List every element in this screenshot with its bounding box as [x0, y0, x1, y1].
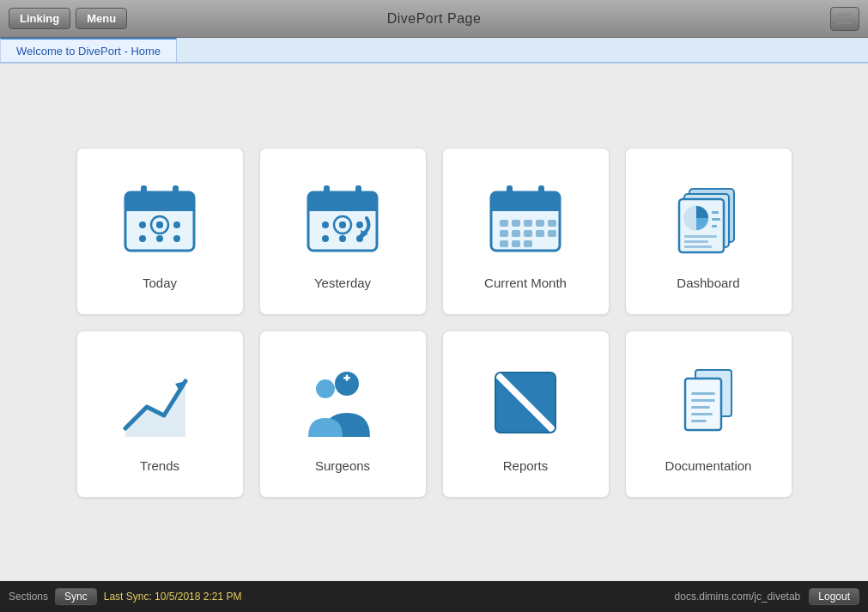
svg-point-22	[339, 235, 346, 242]
documentation-icon	[661, 355, 756, 450]
main-content: Today	[0, 64, 868, 581]
tab-bar: Welcome to DivePort - Home	[0, 38, 868, 64]
svg-point-8	[139, 235, 146, 242]
svg-rect-68	[691, 406, 710, 409]
svg-rect-69	[691, 413, 713, 415]
svg-point-21	[322, 235, 329, 242]
svg-rect-44	[524, 240, 532, 247]
svg-point-25	[339, 221, 346, 228]
svg-point-58	[316, 379, 335, 398]
svg-rect-36	[548, 220, 556, 227]
surgeons-icon	[295, 355, 390, 450]
today-icon	[112, 173, 207, 267]
svg-rect-16	[324, 185, 330, 201]
logout-button[interactable]: Logout	[809, 588, 859, 605]
svg-rect-31	[538, 185, 544, 201]
sync-button[interactable]: Sync	[55, 588, 97, 605]
reports-icon	[478, 355, 573, 450]
surgeons-label: Surgeons	[315, 458, 370, 473]
svg-point-10	[173, 235, 180, 242]
svg-rect-54	[684, 245, 712, 248]
svg-rect-70	[691, 420, 707, 422]
svg-rect-29	[491, 203, 560, 211]
trends-icon	[112, 355, 207, 450]
svg-rect-3	[141, 185, 147, 201]
svg-rect-60	[346, 374, 349, 381]
svg-rect-2	[125, 203, 194, 211]
svg-rect-34	[524, 220, 532, 227]
footer-right: docs.dimins.com/jc_divetab Logout	[675, 588, 859, 605]
tile-current-month[interactable]: Current Month	[442, 148, 610, 315]
tile-today[interactable]: Today	[76, 148, 244, 315]
svg-rect-66	[691, 392, 715, 395]
menu-bar-3	[837, 22, 853, 24]
tile-reports[interactable]: Reports	[442, 330, 610, 498]
svg-rect-35	[536, 220, 544, 227]
current-month-icon	[478, 173, 573, 267]
yesterday-label: Yesterday	[314, 276, 371, 290]
last-sync-text: Last Sync: 10/5/2018 2:21 PM	[104, 591, 242, 603]
hamburger-menu[interactable]	[830, 7, 859, 31]
svg-rect-49	[712, 211, 719, 214]
svg-rect-43	[512, 240, 520, 247]
svg-rect-32	[500, 220, 508, 227]
svg-point-20	[356, 221, 363, 228]
svg-rect-38	[512, 230, 520, 237]
svg-rect-39	[524, 230, 532, 237]
dashboard-icon	[661, 173, 756, 267]
svg-point-18	[322, 221, 329, 228]
tile-yesterday[interactable]: Yesterday	[259, 148, 427, 315]
dashboard-label: Dashboard	[677, 276, 739, 290]
trends-label: Trends	[140, 458, 179, 473]
svg-rect-17	[355, 185, 361, 201]
linking-button[interactable]: Linking	[9, 8, 70, 29]
sections-label: Sections	[9, 591, 48, 603]
svg-rect-53	[684, 240, 708, 243]
svg-rect-33	[512, 220, 520, 227]
svg-rect-51	[712, 225, 717, 227]
reports-label: Reports	[503, 458, 549, 473]
tile-trends[interactable]: Trends	[76, 330, 244, 498]
hamburger-icon[interactable]	[830, 7, 859, 31]
menu-bar-1	[837, 14, 853, 15]
svg-rect-41	[548, 230, 556, 237]
svg-rect-50	[712, 218, 720, 221]
svg-rect-15	[308, 203, 377, 211]
svg-rect-52	[684, 235, 717, 238]
svg-rect-30	[507, 185, 513, 201]
footer-url: docs.dimins.com/jc_divetab	[675, 591, 801, 603]
tile-surgeons[interactable]: Surgeons	[259, 330, 427, 498]
svg-rect-40	[536, 230, 544, 237]
current-month-label: Current Month	[484, 276, 567, 290]
svg-point-9	[156, 235, 163, 242]
svg-rect-37	[500, 230, 508, 237]
svg-point-12	[156, 221, 163, 228]
page-title: DivePort Page	[387, 11, 482, 27]
svg-point-5	[139, 221, 146, 228]
svg-rect-4	[173, 185, 179, 201]
header-buttons: Linking Menu	[9, 8, 127, 29]
tile-dashboard[interactable]: Dashboard	[625, 148, 792, 315]
svg-rect-42	[500, 240, 508, 247]
menu-bar-2	[837, 18, 853, 20]
tile-documentation[interactable]: Documentation	[625, 330, 792, 498]
footer: Sections Sync Last Sync: 10/5/2018 2:21 …	[0, 581, 868, 612]
svg-rect-67	[691, 399, 715, 402]
menu-button[interactable]: Menu	[76, 8, 127, 29]
documentation-label: Documentation	[665, 458, 752, 473]
svg-point-7	[173, 221, 180, 228]
header: Linking Menu DivePort Page	[0, 0, 868, 38]
tile-grid: Today	[76, 148, 792, 498]
footer-left: Sections Sync Last Sync: 10/5/2018 2:21 …	[9, 588, 242, 605]
yesterday-icon	[295, 173, 390, 267]
tab-home[interactable]: Welcome to DivePort - Home	[0, 38, 177, 62]
today-label: Today	[143, 276, 177, 290]
